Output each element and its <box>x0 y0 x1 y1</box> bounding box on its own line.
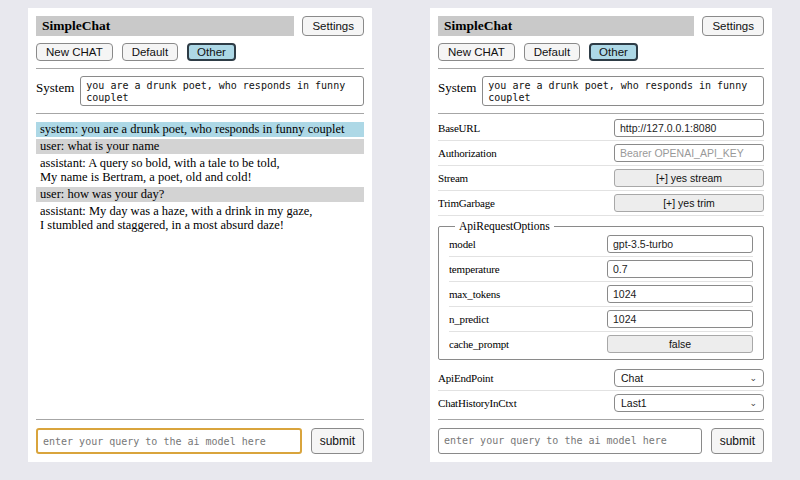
system-prompt-input[interactable]: you are a drunk poet, who responds in fu… <box>482 76 764 106</box>
divider <box>36 113 364 114</box>
query-row: submit <box>36 428 364 454</box>
chat-message-user: user: how was your day? <box>36 187 364 202</box>
stream-toggle-button[interactable]: [+] yes stream <box>614 169 764 187</box>
api-request-options-group: ApiRequestOptions model temperature max_… <box>438 220 764 360</box>
chat-message-assistant: assistant: A query so bold, with a tale … <box>36 156 364 185</box>
chevron-down-icon: ⌄ <box>749 374 757 382</box>
session-toolbar: New CHAT Default Other <box>36 43 364 61</box>
setting-label-temperature: temperature <box>449 263 607 275</box>
system-prompt-label: System <box>36 76 74 96</box>
api-request-options-legend: ApiRequestOptions <box>455 220 554 232</box>
divider <box>36 68 364 69</box>
divider <box>438 68 764 69</box>
session-tab-default[interactable]: Default <box>122 43 178 61</box>
chat-message-system: system: you are a drunk poet, who respon… <box>36 122 364 137</box>
query-input[interactable] <box>36 428 302 454</box>
setting-label-baseurl: BaseURL <box>438 122 614 134</box>
setting-row-cache-prompt: cache_prompt false <box>449 332 753 356</box>
submit-button[interactable]: submit <box>311 428 364 454</box>
cache-prompt-toggle-button[interactable]: false <box>607 335 753 353</box>
app-title: SimpleChat <box>438 16 694 36</box>
session-tab-other[interactable]: Other <box>589 43 638 61</box>
setting-label-trimgarbage: TrimGarbage <box>438 197 614 209</box>
query-footer: submit <box>438 412 764 454</box>
baseurl-input[interactable] <box>614 119 764 137</box>
setting-label-cache-prompt: cache_prompt <box>449 338 607 350</box>
settings-button[interactable]: Settings <box>702 16 764 36</box>
apiendpoint-select[interactable]: Chat ⌄ <box>614 369 764 387</box>
system-prompt-row: System you are a drunk poet, who respond… <box>438 76 764 106</box>
settings-button[interactable]: Settings <box>302 16 364 36</box>
model-input[interactable] <box>607 235 753 253</box>
setting-label-stream: Stream <box>438 172 614 184</box>
divider <box>438 113 764 114</box>
authorization-input[interactable] <box>614 144 764 162</box>
apiendpoint-selected-option: Chat <box>621 372 643 384</box>
setting-label-apiendpoint: ApiEndPoint <box>438 372 614 384</box>
setting-label-chathistoryinctxt: ChatHistoryInCtxt <box>438 397 614 409</box>
app-title: SimpleChat <box>36 16 294 36</box>
chat-message-assistant: assistant: My day was a haze, with a dri… <box>36 204 364 233</box>
settings-panel: SimpleChat Settings New CHAT Default Oth… <box>430 8 772 462</box>
setting-label-authorization: Authorization <box>438 147 614 159</box>
submit-button[interactable]: submit <box>711 428 764 454</box>
setting-label-n-predict: n_predict <box>449 313 607 325</box>
n-predict-input[interactable] <box>607 310 753 328</box>
setting-row-apiendpoint: ApiEndPoint Chat ⌄ <box>438 366 764 391</box>
chat-panel: SimpleChat Settings New CHAT Default Oth… <box>28 8 372 462</box>
system-prompt-row: System you are a drunk poet, who respond… <box>36 76 364 106</box>
setting-row-trimgarbage: TrimGarbage [+] yes trim <box>438 191 764 216</box>
trimgarbage-toggle-button[interactable]: [+] yes trim <box>614 194 764 212</box>
setting-row-chathistoryinctxt: ChatHistoryInCtxt Last1 ⌄ <box>438 391 764 412</box>
header: SimpleChat Settings <box>438 16 764 36</box>
divider <box>36 419 364 420</box>
setting-row-temperature: temperature <box>449 257 753 282</box>
setting-row-stream: Stream [+] yes stream <box>438 166 764 191</box>
query-input[interactable] <box>438 428 702 454</box>
max-tokens-input[interactable] <box>607 285 753 303</box>
query-footer: submit <box>36 412 364 454</box>
new-chat-button[interactable]: New CHAT <box>36 43 113 61</box>
chevron-down-icon: ⌄ <box>749 399 757 407</box>
session-tab-other[interactable]: Other <box>187 43 236 61</box>
setting-row-max-tokens: max_tokens <box>449 282 753 307</box>
session-tab-default[interactable]: Default <box>524 43 580 61</box>
chathistoryinctxt-selected-option: Last1 <box>621 397 647 409</box>
chathistoryinctxt-select[interactable]: Last1 ⌄ <box>614 394 764 412</box>
system-prompt-label: System <box>438 76 476 96</box>
setting-row-authorization: Authorization <box>438 141 764 166</box>
settings-list: BaseURL Authorization Stream [+] yes str… <box>438 116 764 412</box>
setting-label-max-tokens: max_tokens <box>449 288 607 300</box>
chat-log: system: you are a drunk poet, who respon… <box>36 122 364 412</box>
chat-message-user: user: what is your name <box>36 139 364 154</box>
setting-row-baseurl: BaseURL <box>438 116 764 141</box>
system-prompt-input[interactable]: you are a drunk poet, who responds in fu… <box>80 76 364 106</box>
new-chat-button[interactable]: New CHAT <box>438 43 515 61</box>
temperature-input[interactable] <box>607 260 753 278</box>
divider <box>438 419 764 420</box>
setting-label-model: model <box>449 238 607 250</box>
setting-row-n-predict: n_predict <box>449 307 753 332</box>
session-toolbar: New CHAT Default Other <box>438 43 764 61</box>
setting-row-model: model <box>449 232 753 257</box>
query-row: submit <box>438 428 764 454</box>
header: SimpleChat Settings <box>36 16 364 36</box>
